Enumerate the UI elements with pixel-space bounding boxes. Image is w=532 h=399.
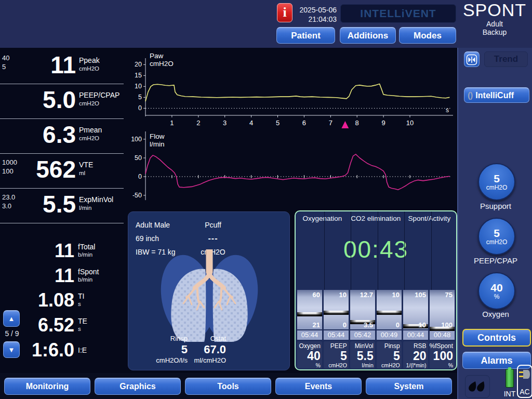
nav-tools-button[interactable]: Tools — [185, 378, 271, 395]
gauge-value-bar — [377, 311, 402, 315]
monitor-unit: b/min — [78, 276, 92, 283]
patient-type: Adult Male — [136, 218, 176, 232]
svg-text:10: 10 — [135, 83, 142, 90]
spont-activity-header: Spont/Activity — [403, 215, 456, 222]
alarm-limit-high: 1000 — [2, 158, 17, 166]
patient-height: 69 inch — [136, 232, 176, 245]
svg-text:10: 10 — [406, 119, 414, 127]
humidifier-droplets-icon — [465, 375, 490, 398]
intellivent-title: INTELLiVENT — [340, 4, 456, 23]
monitor-peep: 5.0 PEEP/CPAPcmH2O — [0, 85, 124, 119]
param-unit: 1/(l*min) — [403, 362, 427, 368]
svg-text:3: 3 — [223, 119, 227, 127]
monitor-unit: ml — [79, 170, 85, 176]
vent-status-headers: Oxygenation CO2 elimination Spont/Activi… — [296, 211, 456, 290]
rinsp-label: Rinsp — [142, 335, 188, 343]
gauge-timer: 00:48 — [430, 330, 455, 340]
gauge-timer: 00:49 — [377, 330, 402, 340]
trend-button[interactable]: Trend — [484, 51, 528, 67]
rinsp-unit: cmH2O/l/s — [142, 356, 188, 365]
oxygen-label: Oxygen — [458, 310, 532, 318]
gauge-row: 602105:4410005:4412.73.505:4210000:49105… — [297, 290, 455, 340]
param-value: 5.5 — [350, 350, 374, 362]
monitor-label: Ppeak — [79, 56, 100, 64]
svg-text:5: 5 — [276, 119, 280, 127]
monitor-value: 5.0 — [43, 86, 76, 114]
monitor-unit: cmH2O — [79, 135, 99, 141]
ac-label: AC — [518, 388, 531, 396]
gauge-timer: 05:44 — [297, 330, 322, 340]
alarm-limit-low: 100 — [2, 167, 14, 175]
svg-text:8: 8 — [355, 119, 359, 127]
svg-text:s: s — [446, 107, 449, 114]
param-unit: cmH2O — [324, 362, 347, 368]
svg-text:1: 1 — [170, 119, 174, 127]
nav-events-button[interactable]: Events — [275, 378, 362, 395]
intellicuff-button[interactable]: () IntelliCuff — [464, 87, 529, 103]
modes-button[interactable]: Modes — [399, 27, 456, 44]
mode-patient-type: Adult — [457, 20, 532, 28]
param-unit: % — [297, 362, 321, 368]
svg-text:-50: -50 — [132, 192, 142, 199]
nav-graphics-button[interactable]: Graphics — [95, 378, 181, 395]
peep-control[interactable]: 5 cmH2O — [478, 218, 515, 255]
patient-button[interactable]: Patient — [276, 27, 335, 44]
svg-text:9: 9 — [381, 119, 385, 127]
additions-button[interactable]: Additions — [340, 27, 396, 44]
monitor-expminvol: 23.03.0 5.5 ExpMinVoll/min — [0, 189, 124, 223]
svg-text:0: 0 — [138, 104, 142, 112]
target-gauge: 7510000:48 — [430, 290, 455, 340]
svg-text:l/min: l/min — [150, 140, 165, 148]
control-unit: cmH2O — [486, 184, 508, 191]
gauge-range-bottom: 21 — [313, 321, 320, 329]
monitor-value: 11 — [55, 240, 74, 262]
monitor-value: 562 — [36, 155, 76, 183]
gauge-timer: 05:42 — [350, 330, 375, 340]
svg-text:5: 5 — [138, 94, 142, 101]
monitor-label: TI — [78, 292, 84, 300]
svg-text:0: 0 — [138, 173, 142, 180]
control-unit: % — [494, 294, 500, 300]
pcuff-label: Pcuff — [190, 218, 236, 232]
ventilator-screen: i 2025-05-06 21:04:03 INTELLiVENT Patien… — [0, 0, 532, 399]
svg-text:Flow: Flow — [150, 132, 165, 140]
param-unit: cmH2O — [377, 362, 400, 368]
alarm-limit-high: 40 — [2, 54, 9, 62]
monitor-ti: 1.08 TIs — [0, 289, 124, 313]
monitor-label: Pmean — [79, 126, 102, 134]
gauge-value-bar — [297, 312, 322, 316]
page-down-button[interactable]: ▼ — [3, 341, 20, 358]
psupport-control[interactable]: 5 cmH2O — [478, 163, 515, 201]
monitor-unit: b/min — [78, 251, 92, 258]
flow-waveform-chart: -50050100Flowl/min — [131, 131, 456, 209]
param-label: Oxygen — [297, 342, 321, 350]
monitor-value: 11 — [55, 265, 74, 287]
info-icon[interactable]: i — [277, 3, 292, 22]
page-up-button[interactable]: ▲ — [3, 310, 20, 327]
rinsp-value: 5 — [142, 343, 188, 356]
param-value: 5 — [377, 350, 400, 362]
svg-text:4: 4 — [249, 119, 253, 127]
param-cell: RSB201/(l*min) — [403, 341, 428, 368]
monitor-unit: s — [78, 326, 81, 332]
cuff-icon: () — [468, 90, 472, 101]
param-unit: l/min — [350, 362, 374, 368]
oxygen-control[interactable]: 40 % — [478, 272, 515, 310]
gauge-range-top: 75 — [445, 291, 453, 299]
monitor-fspont: 11 fSpontb/min — [0, 265, 124, 289]
svg-text:15: 15 — [135, 72, 142, 79]
target-gauge: 10000:49 — [377, 290, 402, 340]
monitor-label: ExpMinVol — [79, 195, 113, 204]
controls-button[interactable]: Controls — [462, 329, 531, 347]
lungs-icon — [143, 249, 276, 342]
param-cell: MinVol5.5l/min — [350, 341, 375, 368]
nav-system-button[interactable]: System — [366, 378, 452, 395]
gauge-range-top: 105 — [415, 291, 426, 299]
nav-monitoring-button[interactable]: Monitoring — [4, 378, 90, 395]
param-label: PEEP — [324, 342, 347, 350]
control-value: 40 — [490, 282, 502, 294]
freeze-button[interactable] — [464, 51, 480, 67]
gauge-range-bottom: 10 — [419, 321, 426, 329]
monitor-label: fSpont — [78, 268, 99, 276]
battery-icon — [506, 369, 514, 388]
